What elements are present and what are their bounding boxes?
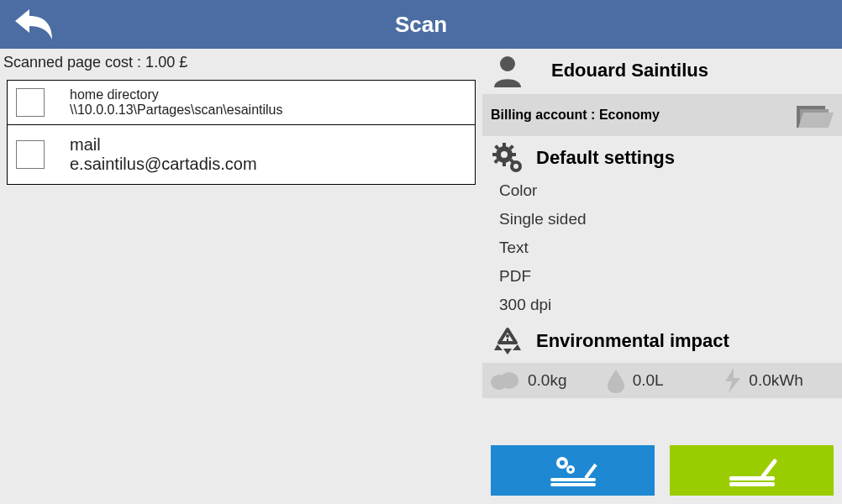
destination-subtitle: e.saintilus@cartadis.com bbox=[70, 155, 257, 174]
settings-list: Color Single sided Text PDF 300 dpi bbox=[482, 180, 842, 319]
svg-point-22 bbox=[560, 460, 565, 465]
scanner-icon bbox=[723, 453, 781, 488]
scan-cost-label: Scanned page cost : 1.00 £ bbox=[0, 49, 482, 80]
lightning-icon bbox=[724, 368, 742, 393]
svg-point-0 bbox=[500, 56, 515, 71]
svg-marker-3 bbox=[798, 113, 834, 128]
svg-rect-25 bbox=[550, 478, 596, 481]
destination-mail[interactable]: mail e.saintilus@cartadis.com bbox=[7, 124, 476, 185]
mail-icon bbox=[16, 140, 45, 169]
env-co2: 0.0kg bbox=[528, 371, 566, 390]
gear-icon bbox=[491, 141, 524, 175]
svg-point-5 bbox=[501, 151, 508, 158]
header: Scan bbox=[0, 0, 842, 49]
left-panel: Scanned page cost : 1.00 £ home director… bbox=[0, 49, 482, 504]
destination-subtitle: \\10.0.0.13\Partages\scan\esaintilus bbox=[70, 102, 283, 118]
settings-heading: Default settings bbox=[536, 147, 675, 169]
svg-rect-6 bbox=[503, 143, 506, 148]
setting-item: 300 dpi bbox=[499, 296, 834, 314]
env-values: 0.0kg 0.0L 0.0kWh bbox=[482, 363, 842, 398]
svg-rect-17 bbox=[507, 339, 508, 344]
user-icon bbox=[491, 54, 524, 87]
billing-label: Billing account : Economy bbox=[491, 108, 660, 123]
billing-row[interactable]: Billing account : Economy bbox=[482, 94, 842, 136]
scan-start-button[interactable] bbox=[670, 445, 834, 496]
folder-icon bbox=[16, 88, 45, 117]
env-water: 0.0L bbox=[633, 371, 664, 390]
svg-rect-7 bbox=[503, 161, 506, 166]
env-energy: 0.0kWh bbox=[749, 371, 803, 390]
setting-item: Text bbox=[499, 239, 834, 257]
destination-title: home directory bbox=[70, 87, 283, 102]
user-row: Edouard Saintilus bbox=[482, 49, 842, 94]
back-button[interactable] bbox=[10, 3, 57, 45]
setting-item: PDF bbox=[499, 267, 834, 286]
svg-rect-26 bbox=[550, 483, 596, 486]
water-drop-icon bbox=[606, 368, 626, 393]
folder-open-icon bbox=[795, 101, 834, 129]
destination-home-directory[interactable]: home directory \\10.0.0.13\Partages\scan… bbox=[7, 80, 476, 125]
back-arrow-icon bbox=[13, 6, 55, 43]
scanner-gear-icon bbox=[544, 453, 603, 488]
svg-point-24 bbox=[569, 468, 572, 471]
svg-point-16 bbox=[506, 334, 509, 338]
svg-point-15 bbox=[513, 164, 518, 169]
svg-rect-27 bbox=[729, 476, 775, 480]
destination-title: mail bbox=[70, 135, 257, 155]
env-heading-row: Environmental impact bbox=[482, 319, 842, 363]
scan-settings-button[interactable] bbox=[491, 445, 655, 496]
svg-rect-9 bbox=[511, 153, 516, 156]
settings-heading-row: Default settings bbox=[482, 136, 842, 180]
setting-item: Color bbox=[499, 181, 834, 200]
right-panel: Edouard Saintilus Billing account : Econ… bbox=[482, 49, 842, 504]
svg-rect-28 bbox=[729, 482, 775, 486]
destination-list: home directory \\10.0.0.13\Partages\scan… bbox=[0, 80, 482, 185]
svg-marker-20 bbox=[725, 368, 740, 393]
user-name: Edouard Saintilus bbox=[551, 60, 708, 81]
svg-rect-8 bbox=[492, 153, 497, 156]
co2-icon bbox=[487, 369, 521, 392]
recycle-icon bbox=[491, 324, 524, 358]
env-heading: Environmental impact bbox=[536, 330, 729, 352]
page-title: Scan bbox=[0, 12, 842, 38]
setting-item: Single sided bbox=[499, 210, 834, 228]
svg-point-19 bbox=[500, 372, 518, 389]
